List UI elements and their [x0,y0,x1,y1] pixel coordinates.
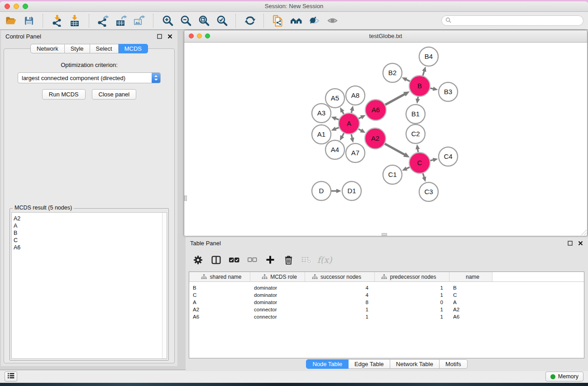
mcds-result-list[interactable]: A2ABCA6 [11,212,167,359]
mcds-result-item[interactable]: A6 [12,244,167,251]
graph-edge-A-A8[interactable] [351,110,352,113]
tab-style[interactable]: Style [65,44,90,53]
import-table-button[interactable] [67,14,83,28]
canvas-horizontal-scrollbar-thumb[interactable] [382,233,387,236]
hide-details-button[interactable] [306,14,322,28]
mcds-result-item[interactable]: C [12,237,167,244]
memory-button[interactable]: Memory [545,372,583,381]
column-header-shared-name[interactable]: shared name [189,272,250,281]
hierarchy-icon [312,274,318,279]
tab-network-table[interactable]: Network Table [390,359,440,369]
refresh-layout-button[interactable] [242,14,258,28]
close-table-panel-icon[interactable] [578,240,583,246]
graph-edge-C-C3[interactable] [423,173,424,178]
hierarchy-icon [201,274,207,279]
table-cell: A2 [449,306,492,313]
result-list-scrollbar[interactable] [162,213,167,358]
canvas-vertical-scrollbar-thumb[interactable] [184,195,187,201]
export-image-button[interactable] [131,14,148,28]
graph-edge-B-B2[interactable] [406,79,410,81]
column-header-MCDS-role[interactable]: MCDS role [250,272,305,281]
delete-columns-button[interactable] [282,253,295,267]
mcds-result-item[interactable]: A [12,222,167,229]
column-header-predecessor-nodes[interactable]: predecessor nodes [375,272,449,281]
float-panel-icon[interactable] [157,33,163,39]
graph-node-label: B2 [388,69,397,76]
show-columns-button[interactable] [209,253,223,267]
table-row[interactable]: Adominator80A [189,299,584,306]
network-canvas[interactable]: B4B2BB3A8A5A6B1A3AA1C2A2A4A7C4CC1C3DD1 [184,43,587,236]
graph-edge-A-A1[interactable] [335,128,339,129]
table-row[interactable]: Bdominator41B [189,284,584,291]
tab-edge-table[interactable]: Edge Table [349,359,390,369]
float-table-panel-icon[interactable] [567,240,573,246]
mcds-result-item[interactable]: B [12,229,167,237]
graph-edge-A-A7[interactable] [351,134,352,138]
first-neighbors-button[interactable] [288,14,304,28]
graph-edge-A-A4[interactable] [342,133,344,137]
graph-edge-C-C2[interactable] [418,149,418,152]
new-network-from-selection-button[interactable] [270,14,286,28]
graph-edge-B-B4[interactable] [423,71,424,76]
tab-motifs[interactable]: Motifs [440,359,468,369]
table-cell: 0 [375,299,449,306]
tab-network[interactable]: Network [30,44,65,53]
zoom-selected-button[interactable] [214,14,230,28]
graph-edge-A-A3[interactable] [335,119,339,120]
tab-mcds[interactable]: MCDS [119,44,148,53]
tab-node-table[interactable]: Node Table [306,359,349,369]
search-input[interactable] [453,17,579,24]
zoom-out-button[interactable] [177,14,194,28]
graph-edge-C-C1[interactable] [406,167,410,169]
close-panel-icon[interactable] [167,33,173,39]
import-table-icon [69,15,81,27]
table-cell: A6 [189,313,250,320]
main-title-bar[interactable]: Session: New Session [0,1,588,12]
table-row[interactable]: A6connector11A6 [189,313,584,320]
optimization-criterion-select[interactable]: largest connected component (directed) [18,72,161,83]
column-label: shared name [210,274,241,280]
graph-edge-A6-B[interactable] [385,94,405,105]
search-box [441,15,583,26]
column-header-successor-nodes[interactable]: successor nodes [305,272,375,281]
create-column-button[interactable] [263,253,277,267]
graph-edge-A-A6[interactable] [359,117,361,119]
table-options-button[interactable] [191,253,205,267]
unselect-all-columns-button[interactable] [245,253,259,267]
import-network-button[interactable] [49,14,65,28]
control-panel-title: Control Panel [5,33,41,40]
table-row[interactable]: Cdominator41C [189,291,584,299]
zoom-in-button[interactable] [159,14,176,28]
save-session-button[interactable] [21,14,37,28]
show-details-button[interactable] [324,14,340,28]
graph-node-label: A [347,119,351,127]
table-cell: dominator [250,284,305,291]
table-row[interactable]: A2connector11A2 [189,306,584,313]
network-window-title-bar[interactable]: testGlobe.txt [184,30,587,43]
table-panel-title: Table Panel [190,240,221,247]
column-label: name [466,274,479,280]
import-network-icon [51,15,63,27]
graph-edge-A-A5[interactable] [342,111,344,114]
tab-select[interactable]: Select [90,44,119,53]
toolbar-separator [153,14,154,28]
graph-edge-C-C4[interactable] [430,160,433,161]
graph-edge-A-A2[interactable] [359,129,362,131]
run-mcds-button[interactable]: Run MCDS [42,89,86,100]
open-file-button[interactable] [3,14,19,28]
export-table-button[interactable] [113,14,129,28]
column-header-name[interactable]: name [449,272,492,281]
mcds-result-item[interactable]: A2 [12,215,167,222]
zoom-fit-button[interactable] [196,14,212,28]
select-all-columns-button[interactable] [227,253,241,267]
status-bar: Memory [0,370,588,383]
show-tasks-button[interactable] [5,372,17,381]
table-cell: dominator [250,299,305,306]
close-panel-button[interactable]: Close panel [92,89,137,100]
first-neighbors-icon [290,15,302,27]
dropdown-value: largest connected component (directed) [18,75,152,81]
export-network-button[interactable] [95,14,111,28]
graph-edge-B-B3[interactable] [430,88,434,89]
graph-edge-A2-C[interactable] [385,144,405,155]
table-cell: A [449,299,492,306]
